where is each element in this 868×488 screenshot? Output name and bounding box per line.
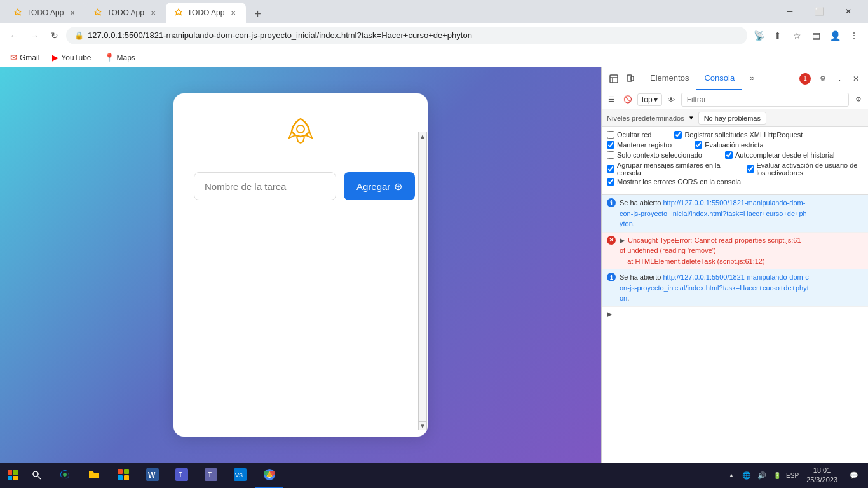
opt-mantener-checkbox[interactable] bbox=[607, 141, 614, 149]
opt-agrupar-checkbox[interactable] bbox=[607, 165, 614, 173]
scroll-up-button[interactable]: ▲ bbox=[418, 132, 427, 140]
back-button[interactable]: ← bbox=[5, 27, 23, 44]
console-expand-bottom[interactable]: ▶ bbox=[602, 307, 868, 321]
tab-3[interactable]: TODO App ✕ bbox=[166, 3, 246, 23]
opt-cors[interactable]: Mostrar los errores CORS en la consola bbox=[607, 178, 741, 186]
address-bar[interactable]: 🔒 127.0.0.1:5500/1821-manipulando-dom-co… bbox=[66, 27, 747, 44]
devtools-device-button[interactable] bbox=[623, 72, 637, 86]
devtools-console: ℹ Se ha abierto http://127.0.0.1:5500/18… bbox=[602, 195, 868, 463]
forward-button[interactable]: → bbox=[25, 27, 43, 44]
opt-autocomplete[interactable]: Autocompletar desde el historial bbox=[725, 151, 835, 159]
opt-ocultar-red-checkbox[interactable] bbox=[607, 131, 614, 139]
error-detail-1: of undefined (reading 'remove') bbox=[620, 247, 716, 254]
eye-button[interactable]: 👁 bbox=[665, 93, 679, 107]
sidebar-button[interactable]: ▤ bbox=[807, 27, 825, 44]
task-input[interactable] bbox=[194, 172, 336, 200]
menu-button[interactable]: ⋮ bbox=[845, 27, 863, 44]
error-badge: 1 bbox=[799, 73, 811, 85]
devtool-tab-console[interactable]: Consola bbox=[696, 67, 742, 90]
opt-eval-estricta-checkbox[interactable] bbox=[695, 141, 702, 149]
clock[interactable]: 18:01 25/3/2023 bbox=[801, 466, 843, 485]
opt-registrar[interactable]: Registrar solicitudes XMLHttpRequest bbox=[674, 131, 803, 139]
opt-evaluar-activacion[interactable]: Evaluar activación de usuario de los act… bbox=[747, 161, 864, 177]
todo-card: Agregar ⊕ ▲ ▼ bbox=[173, 93, 428, 437]
bookmark-youtube[interactable]: ▶ YouTube bbox=[47, 51, 96, 64]
scroll-down-button[interactable]: ▼ bbox=[418, 421, 427, 430]
error-detail-link[interactable]: script.js:61:12 bbox=[719, 257, 763, 265]
taskbar-vscode-icon[interactable]: VS bbox=[226, 463, 254, 488]
console-link-3[interactable]: http://127.0.0.1:5500/1821-manipulando-d… bbox=[620, 273, 809, 302]
opt-cors-checkbox[interactable] bbox=[607, 178, 614, 186]
taskbar-app-icons: W T T VS bbox=[48, 463, 720, 488]
opt-registrar-checkbox[interactable] bbox=[674, 131, 682, 139]
taskbar-store-icon[interactable] bbox=[109, 463, 137, 488]
opt-solo-contexto[interactable]: Solo contexto seleccionado bbox=[607, 151, 702, 159]
profile-button[interactable]: 👤 bbox=[826, 27, 844, 44]
keyboard-icon[interactable]: ESP bbox=[786, 469, 799, 482]
devtools-close-button[interactable]: ✕ bbox=[849, 72, 863, 86]
tab-2[interactable]: TODO App ✕ bbox=[85, 3, 165, 23]
opt-eval-estricta[interactable]: Evaluación estricta bbox=[695, 141, 763, 149]
opt-mantener-registro[interactable]: Mantener registro bbox=[607, 141, 672, 149]
close-button[interactable]: ✕ bbox=[834, 0, 863, 23]
tray-chevron-icon[interactable]: ▲ bbox=[725, 469, 738, 482]
expand-error-button[interactable]: ▶ bbox=[620, 236, 625, 244]
volume-icon[interactable]: 🔊 bbox=[756, 469, 768, 482]
notification-button[interactable]: 💬 bbox=[845, 463, 863, 488]
devtools-settings-button[interactable]: ⚙ bbox=[816, 72, 830, 86]
filter-settings-button[interactable]: ⚙ bbox=[851, 93, 865, 107]
console-link-1[interactable]: http://127.0.0.1:5500/1821-manipulando-d… bbox=[620, 199, 807, 227]
battery-icon[interactable]: 🔋 bbox=[771, 469, 783, 482]
devtools-inspect-button[interactable] bbox=[607, 72, 621, 86]
window-controls: ─ ⬜ ✕ bbox=[775, 0, 863, 23]
svg-text:T: T bbox=[208, 471, 212, 478]
tab-1-close[interactable]: ✕ bbox=[67, 8, 78, 18]
opt-agrupar[interactable]: Agrupar mensajes similares en la consola bbox=[607, 161, 724, 177]
context-selector[interactable]: top ▾ bbox=[637, 93, 662, 106]
taskbar-teams2-icon[interactable]: T bbox=[197, 463, 225, 488]
browser-chrome: TODO App ✕ TODO App ✕ bbox=[0, 0, 868, 67]
devtool-tab-elements[interactable]: Elementos bbox=[642, 67, 696, 90]
error-script-link[interactable]: script.js:61 bbox=[768, 236, 801, 244]
opt-evaluar-activacion-checkbox[interactable] bbox=[747, 165, 754, 173]
network-icon[interactable]: 🌐 bbox=[740, 469, 753, 482]
taskbar-search-button[interactable] bbox=[25, 464, 48, 487]
opt-solo-contexto-checkbox[interactable] bbox=[607, 151, 614, 159]
todo-input-row: Agregar ⊕ bbox=[194, 172, 407, 200]
reload-button[interactable]: ↻ bbox=[46, 27, 64, 44]
devtools-kebab-button[interactable]: ⋮ bbox=[832, 72, 846, 86]
tab-3-close[interactable]: ✕ bbox=[228, 8, 238, 18]
taskbar-teams-icon[interactable]: T bbox=[168, 463, 196, 488]
clock-time: 18:01 bbox=[806, 466, 837, 475]
rocket-icon bbox=[281, 114, 320, 152]
title-bar: TODO App ✕ TODO App ✕ bbox=[0, 0, 868, 23]
tab-2-close[interactable]: ✕ bbox=[148, 8, 158, 18]
new-tab-button[interactable]: + bbox=[248, 5, 266, 23]
bookmark-maps[interactable]: 📍 Maps bbox=[99, 51, 140, 64]
devtool-tab-more[interactable]: » bbox=[742, 67, 762, 90]
taskbar-edge-icon[interactable] bbox=[51, 463, 79, 488]
taskbar-system-tray: ▲ 🌐 🔊 🔋 ESP 18:01 25/3/2023 💬 bbox=[720, 463, 868, 488]
bookmark-gmail[interactable]: ✉ Gmail bbox=[5, 51, 44, 64]
console-clear-button[interactable]: 🚫 bbox=[621, 93, 635, 107]
taskbar-word-icon[interactable]: W bbox=[139, 463, 166, 488]
opt-ocultar-red[interactable]: Ocultar red bbox=[607, 131, 651, 139]
tab-1[interactable]: TODO App ✕ bbox=[5, 3, 85, 23]
console-filter-input[interactable] bbox=[681, 93, 849, 107]
start-button[interactable] bbox=[0, 463, 25, 488]
bookmark-button[interactable]: ☆ bbox=[788, 27, 806, 44]
console-text-3: Se ha abierto http://127.0.0.1:5500/1821… bbox=[620, 272, 863, 304]
no-issues-button[interactable]: No hay problemas bbox=[698, 112, 766, 125]
opt-autocomplete-checkbox[interactable] bbox=[725, 151, 733, 159]
add-task-button[interactable]: Agregar ⊕ bbox=[344, 172, 415, 200]
svg-rect-7 bbox=[13, 476, 18, 480]
levels-dropdown-arrow[interactable]: ▾ bbox=[689, 114, 693, 122]
cast-button[interactable]: 📡 bbox=[750, 27, 768, 44]
console-sidebar-button[interactable]: ☰ bbox=[604, 93, 618, 107]
maximize-button[interactable]: ⬜ bbox=[804, 0, 834, 23]
share-button[interactable]: ⬆ bbox=[769, 27, 787, 44]
taskbar-explorer-icon[interactable] bbox=[80, 463, 108, 488]
add-button-label: Agregar bbox=[356, 181, 390, 192]
minimize-button[interactable]: ─ bbox=[775, 0, 804, 23]
taskbar-chrome-icon[interactable] bbox=[255, 463, 283, 488]
